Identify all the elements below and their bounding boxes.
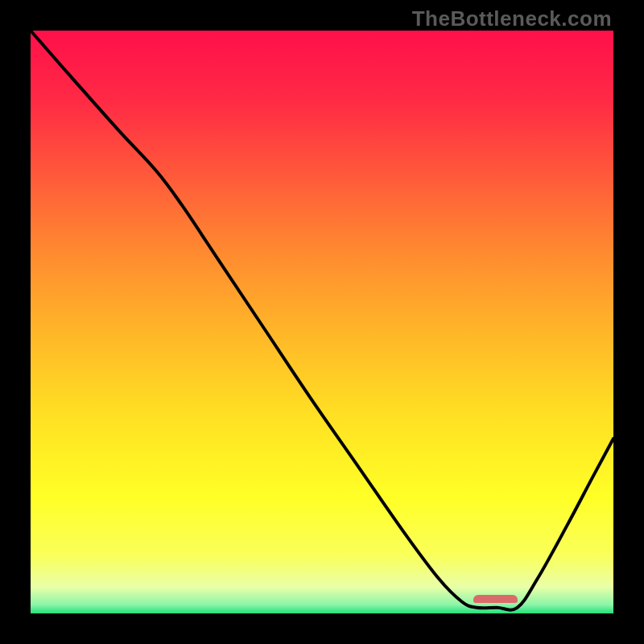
watermark-text: TheBottleneck.com: [412, 6, 612, 31]
bottleneck-curve: [31, 31, 613, 610]
optimum-marker: [473, 595, 517, 603]
chart-frame: TheBottleneck.com: [0, 0, 644, 644]
curve-layer: [31, 31, 613, 613]
